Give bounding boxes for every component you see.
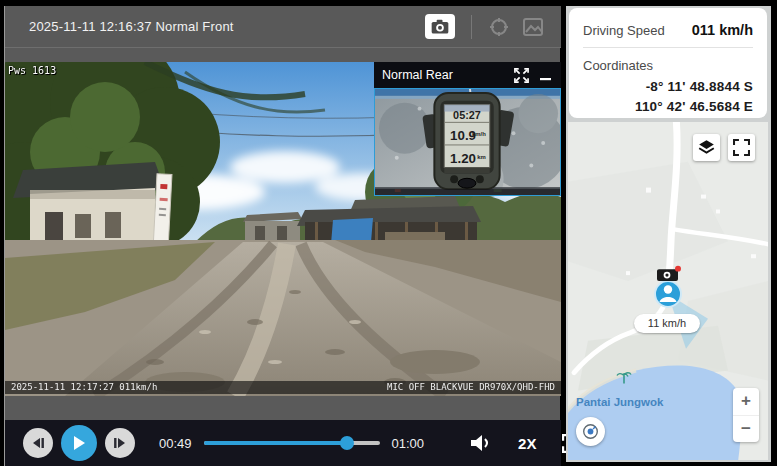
map-pin-icon [521,16,545,38]
playback-speed-button[interactable]: 2X [518,435,536,452]
video-stamp-strip: 2025-11-11 12:17:27 011km/h MIC OFF BLAC… [5,381,561,394]
info-map-pane: Driving Speed 011 km/h Coordinates -8° 1… [566,6,771,462]
gps-sync-icon [487,16,511,38]
front-video-viewport: Pws 1613 2025-11-11 12:17:27 011km/h MIC… [5,62,561,396]
stamp-model: MIC OFF BLACKVUE DR970X/QHD-FHD [387,381,555,394]
previous-frame-button[interactable] [23,428,53,458]
device-time-readout: 05:27 [453,109,481,121]
map-zoom-control: + − [733,388,759,442]
disabled-tool-button-1[interactable] [487,16,511,38]
speaker-icon [470,434,492,452]
pip-stamp-strip [375,189,560,195]
pip-minimize-button[interactable] [537,67,553,83]
seek-slider[interactable] [204,436,380,450]
toolbar-divider [471,15,472,39]
map-fullscreen-icon [733,139,750,156]
driving-speed-value: 011 km/h [692,22,753,38]
disabled-tool-button-2[interactable] [521,16,545,38]
player-title-bar: 2025-11-11 12:16:37 Normal Front [5,6,561,48]
seek-thumb[interactable] [340,436,354,450]
zoom-in-button[interactable]: + [733,388,759,415]
telemetry-card: Driving Speed 011 km/h Coordinates -8° 1… [569,8,767,118]
device-speed-unit: km/h [472,131,486,137]
latitude-value: -8° 11' 48.8844 S [583,79,753,94]
map-fullscreen-button[interactable] [728,134,755,161]
volume-button[interactable] [470,434,492,452]
capture-snapshot-button[interactable] [425,14,455,39]
zoom-out-button[interactable]: − [733,416,759,443]
pip-rear-video: 05:27 10.9 km/h 1.20 km [374,88,561,196]
next-frame-button[interactable] [105,428,135,458]
expand-arrows-icon [514,68,529,83]
coordinates-label: Coordinates [583,58,653,73]
video-timestamp-title: 2025-11-11 12:16:37 Normal Front [29,19,234,34]
rear-video-scene: 05:27 10.9 km/h 1.20 km [375,89,560,195]
current-time-label: 00:49 [159,436,192,451]
pip-title: Normal Rear [382,68,505,82]
step-forward-icon [113,437,127,449]
longitude-value: 110° 42' 46.5684 E [583,99,753,114]
pip-expand-button[interactable] [513,67,529,83]
seek-progress-fill [204,441,348,445]
compass-locate-icon [582,423,599,440]
plate-number-overlay: Pws 1613 [8,65,56,76]
driving-speed-label: Driving Speed [583,23,665,38]
place-label: Pantai Jungwok [576,396,664,408]
device-distance-unit: km [477,154,486,160]
camera-icon [430,18,450,35]
map-locate-button[interactable] [576,417,605,446]
device-distance-readout: 1.20 [450,151,476,166]
marker-speed-pill: 11 km/h [634,314,700,333]
pip-rear-window: Normal Rear [374,62,561,196]
total-time-label: 01:00 [392,436,425,451]
minimize-icon [539,69,552,82]
pip-title-bar[interactable]: Normal Rear [374,62,561,88]
play-button[interactable] [61,425,97,461]
stamp-datetime: 2025-11-11 12:17:27 011km/h [11,381,157,394]
play-icon [72,435,86,451]
playback-control-bar: 00:49 01:00 2X [5,420,561,466]
map-view[interactable]: Pantai Jungwok [568,122,768,460]
step-back-icon [31,437,45,449]
map-layers-button[interactable] [693,134,720,161]
video-player-pane: 2025-11-11 12:16:37 Normal Front [4,6,560,466]
layers-icon [697,138,716,157]
